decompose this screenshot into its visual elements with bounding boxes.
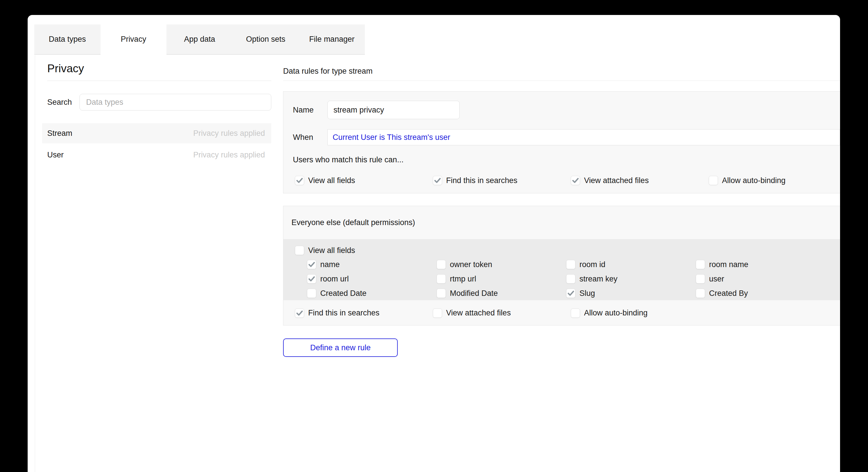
perm-allow-auto-binding[interactable]: Allow auto-binding	[709, 176, 840, 185]
field-stream-key[interactable]: stream key	[566, 274, 696, 283]
checkbox[interactable]	[566, 260, 576, 269]
checkbox-label: Modified Date	[450, 289, 498, 298]
sidebar: Privacy Search Stream Privacy rules appl…	[47, 55, 271, 166]
default-permissions-card: Everyone else (default permissions) View…	[283, 206, 840, 326]
checkbox-label: Allow auto-binding	[584, 308, 648, 317]
checkbox-label: owner token	[450, 260, 492, 269]
main-heading: Data rules for type stream	[283, 67, 840, 76]
sidebar-divider	[47, 80, 271, 81]
tab-bar: Data types Privacy App data Option sets …	[34, 25, 365, 55]
fields-grid: name owner token room id room name	[307, 257, 840, 300]
default-permissions-heading: Everyone else (default permissions)	[283, 206, 840, 239]
rule-permissions-row: View all fields Find this in searches Vi…	[295, 176, 840, 185]
when-condition-link[interactable]: Current User is This stream's user	[333, 133, 450, 142]
list-item-stream[interactable]: Stream Privacy rules applied	[42, 123, 271, 143]
checkbox[interactable]	[307, 260, 316, 269]
checkbox[interactable]	[433, 308, 442, 318]
checkbox-label: Allow auto-binding	[722, 176, 786, 185]
field-modified-date[interactable]: Modified Date	[437, 289, 566, 298]
field-owner-token[interactable]: owner token	[437, 260, 566, 269]
checkbox[interactable]	[696, 274, 705, 283]
type-name: User	[47, 150, 64, 160]
field-room-id[interactable]: room id	[566, 260, 696, 269]
checkbox-label: rtmp url	[450, 275, 476, 283]
tab-data-types[interactable]: Data types	[34, 25, 100, 54]
perm-find-in-searches[interactable]: Find this in searches	[433, 176, 571, 185]
checkbox-label: Created By	[709, 289, 748, 298]
rule-when-row: When Current User is This stream's user	[293, 129, 840, 145]
checkbox[interactable]	[571, 176, 580, 185]
checkbox-label: room name	[709, 260, 748, 269]
type-name: Stream	[47, 129, 72, 138]
checkbox[interactable]	[437, 289, 446, 298]
checkbox-label: stream key	[580, 275, 617, 283]
checkbox[interactable]	[295, 176, 304, 185]
content-area: Privacy Search Stream Privacy rules appl…	[35, 55, 840, 472]
checkbox-label: Created Date	[320, 289, 367, 298]
checkbox-label: View all fields	[308, 176, 355, 185]
search-row: Search	[47, 94, 271, 110]
checkbox-label: Slug	[580, 289, 595, 298]
tab-option-sets[interactable]: Option sets	[233, 25, 299, 54]
checkbox[interactable]	[437, 274, 446, 283]
checkbox[interactable]	[307, 274, 316, 283]
list-item-user[interactable]: User Privacy rules applied	[42, 145, 271, 165]
data-type-list: Stream Privacy rules applied User Privac…	[47, 123, 271, 165]
perm-view-attached-files-default[interactable]: View attached files	[433, 308, 571, 318]
checkbox-label: Find this in searches	[446, 176, 518, 185]
field-created-date[interactable]: Created Date	[307, 289, 437, 298]
tab-file-manager[interactable]: File manager	[299, 25, 365, 54]
field-room-url[interactable]: room url	[307, 274, 437, 283]
checkbox-label: room id	[580, 260, 606, 269]
search-label: Search	[47, 98, 80, 107]
checkbox[interactable]	[295, 308, 304, 318]
app-panel: Data types Privacy App data Option sets …	[28, 15, 840, 472]
name-label: Name	[293, 106, 328, 114]
checkbox[interactable]	[437, 260, 446, 269]
checkbox[interactable]	[566, 274, 576, 283]
checkbox-label: user	[709, 275, 724, 283]
privacy-rule-card: Name When Current User is This stream's …	[283, 91, 840, 193]
checkbox[interactable]	[571, 308, 580, 318]
checkbox-label: View all fields	[308, 246, 355, 255]
checkbox-label: View attached files	[584, 176, 649, 185]
field-rtmp-url[interactable]: rtmp url	[437, 274, 566, 283]
perm-allow-auto-binding-default[interactable]: Allow auto-binding	[571, 308, 709, 318]
field-slug[interactable]: Slug	[566, 289, 696, 298]
tab-privacy[interactable]: Privacy	[100, 25, 167, 54]
define-new-rule-button[interactable]: Define a new rule	[283, 338, 398, 357]
checkbox[interactable]	[566, 289, 576, 298]
field-name[interactable]: name	[307, 260, 437, 269]
page-title: Privacy	[47, 62, 271, 75]
checkbox[interactable]	[433, 176, 442, 185]
field-room-name[interactable]: room name	[696, 260, 826, 269]
rule-name-row: Name	[293, 101, 840, 119]
rule-name-input[interactable]	[328, 101, 460, 119]
field-created-by[interactable]: Created By	[696, 289, 826, 298]
tab-app-data[interactable]: App data	[166, 25, 233, 54]
type-status: Privacy rules applied	[193, 129, 265, 138]
perm-view-all-fields[interactable]: View all fields	[295, 176, 433, 185]
type-status: Privacy rules applied	[193, 150, 265, 160]
fields-section: View all fields name owner token	[283, 239, 840, 300]
checkbox[interactable]	[709, 176, 718, 185]
main-area: Data rules for type stream Name When Cur…	[283, 55, 840, 357]
checkbox[interactable]	[696, 260, 705, 269]
checkbox[interactable]	[696, 289, 705, 298]
perm-view-all-fields-default[interactable]: View all fields	[295, 239, 840, 257]
checkbox[interactable]	[295, 246, 304, 255]
when-label: When	[293, 133, 328, 142]
checkbox-label: Find this in searches	[308, 308, 379, 317]
checkbox-label: View attached files	[446, 308, 511, 317]
rule-caption: Users who match this rule can...	[293, 156, 840, 164]
checkbox-label: room url	[320, 275, 349, 283]
main-divider	[283, 80, 840, 81]
default-permissions-row: Find this in searches View attached file…	[283, 300, 840, 326]
perm-view-attached-files[interactable]: View attached files	[571, 176, 709, 185]
perm-find-in-searches-default[interactable]: Find this in searches	[295, 308, 433, 318]
search-input[interactable]	[80, 94, 271, 110]
checkbox[interactable]	[307, 289, 316, 298]
field-user[interactable]: user	[696, 274, 826, 283]
when-condition-box[interactable]: Current User is This stream's user	[328, 129, 840, 145]
checkbox-label: name	[320, 260, 340, 269]
